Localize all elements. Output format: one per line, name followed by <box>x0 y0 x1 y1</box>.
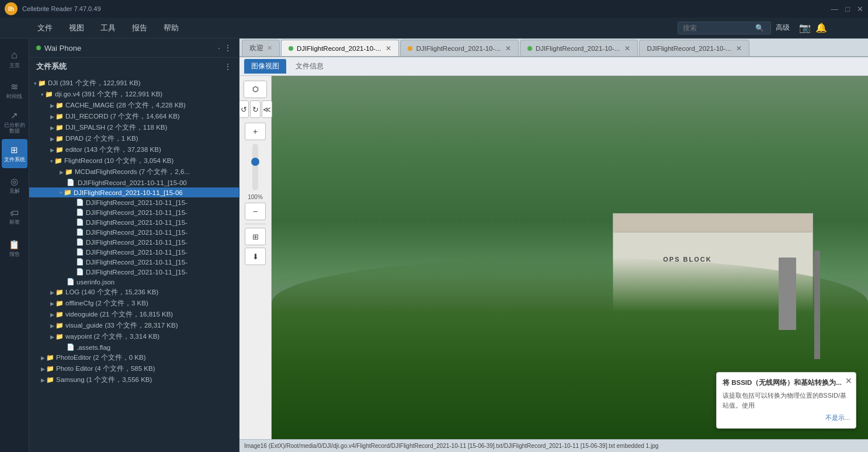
status-text: Image16 (ExtX)/Root/media/0/DJI/dji.go.v… <box>244 443 658 449</box>
prev-button[interactable]: ≪ <box>262 100 272 118</box>
menu-view[interactable]: 视图 <box>67 22 86 34</box>
tree-item-photoeditor2[interactable]: ▶ 📁 Photo Editor (4 个文件，585 KB) <box>29 363 239 374</box>
tab-flight1[interactable]: DJIFlightRecord_2021-10-... ✕ <box>281 40 399 56</box>
tree-item-subfile6[interactable]: 📄 DJIFlightRecord_2021-10-11_[15- <box>29 247 239 257</box>
expand-cacheimage: ▶ <box>50 103 54 109</box>
folder-icon: 📁 <box>65 168 73 176</box>
search-input[interactable] <box>683 24 753 32</box>
notification-no-button[interactable]: 不是示... <box>723 413 850 422</box>
tab-flight4-close[interactable]: ✕ <box>736 44 742 53</box>
tab-welcome-close[interactable]: ✕ <box>267 44 272 52</box>
tree-item-djirecord[interactable]: ▶ 📁 DJI_RECORD (7 个文件，14,664 KB) <box>29 111 239 122</box>
folder-icon: 📁 <box>55 113 64 120</box>
tab-flight2-close[interactable]: ✕ <box>505 44 511 53</box>
tree-item-flightrecord[interactable]: ▾ 📁 FlightRecord (10 个文件，3,054 KB) <box>29 155 239 166</box>
tree-item-flightfile1[interactable]: 📄 DJIFlightRecord_2021-10-11_[15-00 <box>29 178 239 187</box>
tree-item-subfile4[interactable]: 📄 DJIFlightRecord_2021-10-11_[15- <box>29 227 239 237</box>
subtab-fileinfo[interactable]: 文件信息 <box>289 59 331 74</box>
menu-report[interactable]: 报告 <box>130 22 150 34</box>
sidebar-item-home[interactable]: ⌂ 主页 <box>2 44 27 74</box>
tab-flight3-close[interactable]: ✕ <box>624 44 630 53</box>
menu-help[interactable]: 帮助 <box>161 22 181 34</box>
expand-mcdatflightrecords: ▶ <box>60 169 64 175</box>
tab-flight3[interactable]: DJIFlightRecord_2021-10-... ✕ <box>520 40 638 56</box>
camera-icon[interactable]: 📷 <box>799 22 811 33</box>
tree-item-mcdatflightrecords[interactable]: ▶ 📁 MCDatFlightRecords (7 个文件，2,6... <box>29 166 239 178</box>
menu-file[interactable]: 文件 <box>35 22 55 34</box>
tree-item-photoeditor[interactable]: ▶ 📁 PhotoEditor (2 个文件，0 KB) <box>29 352 239 363</box>
fit-button[interactable]: ⊞ <box>245 228 266 245</box>
tree-item-dji[interactable]: ▾ 📁 DJI (391 个文件，122,991 KB) <box>29 78 239 89</box>
tab-welcome[interactable]: 欢迎 ✕ <box>242 40 280 56</box>
tab-flight2[interactable]: DJIFlightRecord_2021-10-... ✕ <box>400 40 518 56</box>
sidebar-item-filesystem[interactable]: ⊞ 文件系统 <box>2 139 27 168</box>
device-pin-icon[interactable]: · <box>218 43 220 53</box>
tab-flight4[interactable]: DJIFlightRecord_2021-10-... ✕ <box>639 40 749 56</box>
tree-item-offlinecfg[interactable]: ▶ 📁 offlineCfg (2 个文件，3 KB) <box>29 298 239 309</box>
sidebar-item-timeline[interactable]: ≋ 时间线 <box>2 76 27 105</box>
advanced-search-button[interactable]: 高级 <box>776 23 790 33</box>
tree-item-editor[interactable]: ▶ 📁 editor (143 个文件，37,238 KB) <box>29 144 239 155</box>
zoom-slider-thumb[interactable] <box>251 158 259 166</box>
expand-waypoint: ▶ <box>50 334 54 340</box>
tree-item-cacheimage[interactable]: ▶ 📁 CACHE_IMAGE (28 个文件，4,228 KB) <box>29 100 239 111</box>
download-button[interactable]: ⬇ <box>245 248 266 265</box>
tree-item-subfile3[interactable]: 📄 DJIFlightRecord_2021-10-11_[15- <box>29 217 239 227</box>
filesystem-more-icon[interactable]: ⋮ <box>224 62 232 71</box>
expand-visualguide: ▶ <box>50 323 54 329</box>
notification-popup: ✕ 将 BSSID（无线网络）和基站转换为... 该提取包括可以转换为物理位置的… <box>716 372 856 429</box>
rotate-buttons: ↺ ↻ ≪ <box>239 100 272 118</box>
sidebar-item-analytics[interactable]: ↗ 已分析的数据 <box>2 107 27 137</box>
zoom-slider[interactable] <box>252 144 258 190</box>
file-icon: 📄 <box>76 268 84 276</box>
tree-item-subfile7[interactable]: 📄 DJIFlightRecord_2021-10-11_[15- <box>29 257 239 267</box>
zoom-out-button[interactable]: − <box>245 203 266 220</box>
file-icon: 📄 <box>76 228 84 236</box>
tab-flight3-dot <box>527 46 532 51</box>
sidebar-item-tags[interactable]: 🏷 标签 <box>2 202 27 231</box>
folder-icon: 📁 <box>55 311 64 318</box>
sidebar: ⌂ 主页 ≋ 时间线 ↗ 已分析的数据 ⊞ 文件系统 ◎ 见解 🏷 标签 📋 报… <box>0 39 29 452</box>
menu-tools[interactable]: 工具 <box>98 22 118 34</box>
pole2-element <box>814 251 820 360</box>
tree-item-userinfo[interactable]: 📄 userinfo.json <box>29 277 239 287</box>
tree-item-subfile8[interactable]: 📄 DJIFlightRecord_2021-10-11_[15- <box>29 267 239 277</box>
close-button[interactable]: ✕ <box>857 5 863 13</box>
tree-item-subfile1[interactable]: 📄 DJIFlightRecord_2021-10-11_[15- <box>29 197 239 207</box>
insights-icon: ◎ <box>11 176 18 187</box>
subtab-imageview[interactable]: 图像视图 <box>244 59 286 74</box>
file-icon: 📄 <box>76 258 84 266</box>
analytics-icon: ↗ <box>11 110 18 121</box>
tab-flight1-close[interactable]: ✕ <box>386 44 391 53</box>
tree-item-djigoV4[interactable]: ▾ 📁 dji.go.v4 (391 个文件，122,991 KB) <box>29 89 239 100</box>
tree-item-dpad[interactable]: ▶ 📁 DPAD (2 个文件，1 KB) <box>29 133 239 144</box>
sidebar-item-insights[interactable]: ◎ 见解 <box>2 171 27 200</box>
tab-flight4-label: DJIFlightRecord_2021-10-... <box>647 45 731 52</box>
tree-item-flightfolder2[interactable]: ▾ 📁 DJIFlightRecord_2021-10-11_[15-06 <box>29 187 239 197</box>
tree-item-djispalsh[interactable]: ▶ 📁 DJI_SPALSH (2 个文件，118 KB) <box>29 122 239 133</box>
search-icon: 🔍 <box>755 24 764 32</box>
tree-item-visualguide[interactable]: ▶ 📁 visual_guide (33 个文件，28,317 KB) <box>29 320 239 331</box>
file-tree: ▾ 📁 DJI (391 个文件，122,991 KB) ▾ 📁 dji.go.… <box>29 75 239 452</box>
notification-close[interactable]: ✕ <box>845 376 852 385</box>
nav-arrows-button[interactable]: ⬡ <box>244 81 267 98</box>
device-more-icon[interactable]: ⋮ <box>224 43 232 53</box>
tree-item-subfile2[interactable]: 📄 DJIFlightRecord_2021-10-11_[15- <box>29 207 239 217</box>
tree-item-log[interactable]: ▶ 📁 LOG (140 个文件，15,236 KB) <box>29 287 239 298</box>
tree-item-videoguide[interactable]: ▶ 📁 videoguide (21 个文件，16,815 KB) <box>29 309 239 320</box>
minimize-button[interactable]: — <box>831 5 838 13</box>
tree-item-waypoint[interactable]: ▶ 📁 waypoint (2 个文件，3,314 KB) <box>29 331 239 342</box>
notification-icon[interactable]: 🔔 <box>815 22 827 33</box>
maximize-button[interactable]: □ <box>845 5 850 13</box>
expand-dpad: ▶ <box>50 136 54 142</box>
rotate-left-button[interactable]: ↺ <box>239 100 249 118</box>
rotate-right-button[interactable]: ↻ <box>250 100 261 118</box>
tree-item-assetsflag[interactable]: 📄 .assets.flag <box>29 342 239 352</box>
file-icon: 📄 <box>67 343 75 351</box>
sidebar-item-reports[interactable]: 📋 报告 <box>2 234 27 263</box>
tree-item-subfile5[interactable]: 📄 DJIFlightRecord_2021-10-11_[15- <box>29 237 239 247</box>
zoom-in-button[interactable]: + <box>245 123 266 140</box>
tree-item-samsung[interactable]: ▶ 📁 Samsung (1 个文件，3,556 KB) <box>29 374 239 385</box>
notif-no-label[interactable]: 不是示... <box>825 414 850 421</box>
folder-icon: 📁 <box>55 135 64 142</box>
